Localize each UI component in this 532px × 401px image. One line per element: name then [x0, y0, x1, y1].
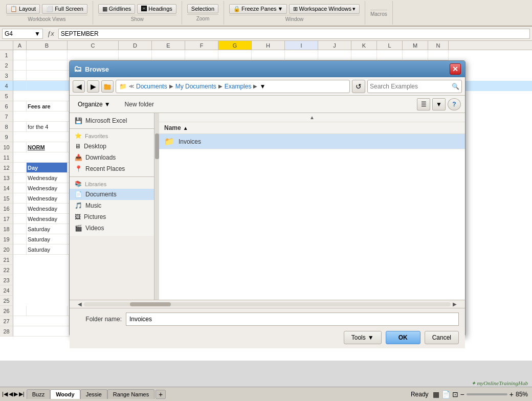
- search-input[interactable]: [370, 83, 450, 90]
- first-sheet-arrow[interactable]: |◀: [2, 391, 8, 397]
- cell-19-A[interactable]: [13, 234, 27, 244]
- horizontal-scrollbar[interactable]: ◀ ▶: [70, 300, 465, 308]
- cell-18-B[interactable]: Saturday: [27, 224, 68, 234]
- layout-btn[interactable]: 📋 Layout: [6, 4, 40, 14]
- cell-12-A[interactable]: [13, 163, 27, 173]
- cell-10-B[interactable]: NORM: [27, 142, 68, 152]
- cell-19-B[interactable]: Saturday: [27, 234, 68, 244]
- cell-1-A[interactable]: [13, 50, 27, 60]
- cell-20-A[interactable]: [13, 244, 27, 255]
- sheet-tab-woody[interactable]: Woody: [50, 389, 80, 399]
- sidebar-item-documents[interactable]: 📄 Documents: [70, 189, 159, 200]
- formula-input[interactable]: SEPTEMBER: [58, 29, 530, 39]
- cell-3-A[interactable]: [13, 71, 27, 81]
- sidebar-item-pictures[interactable]: 🖼 Pictures: [70, 211, 159, 222]
- organize-button[interactable]: Organize ▼: [74, 99, 115, 109]
- sidebar-item-desktop[interactable]: 🖥 Desktop: [70, 141, 159, 152]
- forward-button[interactable]: ▶: [87, 80, 99, 93]
- up-button[interactable]: [101, 80, 114, 93]
- view-normal-icon[interactable]: ▦: [433, 390, 439, 398]
- sidebar-item-microsoft-excel[interactable]: 💾 Microsoft Excel: [70, 115, 159, 126]
- view-options-btn[interactable]: ▼: [432, 98, 446, 110]
- sidebar-item-music[interactable]: 🎵 Music: [70, 200, 159, 211]
- search-box[interactable]: 🔍: [367, 80, 462, 93]
- cell-1-L[interactable]: [377, 50, 403, 60]
- help-button[interactable]: ?: [448, 98, 461, 110]
- folder-name-input[interactable]: [126, 313, 459, 326]
- cell-1-G[interactable]: [218, 50, 252, 60]
- fullscreen-btn[interactable]: ⬜ Full Screen: [42, 4, 87, 14]
- sheet-tab-jessie[interactable]: Jessie: [80, 389, 107, 399]
- sidebar-item-recent-places[interactable]: 📍 Recent Places: [70, 163, 159, 174]
- sheet-tab-buzz[interactable]: Buzz: [27, 389, 50, 399]
- zoom-slider[interactable]: [467, 393, 507, 395]
- zoom-in-btn[interactable]: +: [509, 390, 514, 398]
- cell-17-A[interactable]: [13, 214, 27, 224]
- cell-2-A[interactable]: [13, 60, 27, 71]
- sidebar-item-videos[interactable]: 🎬 Videos: [70, 222, 159, 234]
- cell-15-A[interactable]: [13, 193, 27, 204]
- freeze-panes-btn[interactable]: 🔒 Freeze Panes ▼: [229, 4, 287, 14]
- breadcrumb-bar[interactable]: 📁 ≪ Documents ▶ My Documents ▶ Examples …: [116, 80, 350, 93]
- cell-1-N[interactable]: [428, 50, 449, 60]
- headings-btn[interactable]: 🅷 Headings: [137, 4, 176, 14]
- new-sheet-button[interactable]: +: [156, 390, 166, 399]
- breadcrumb-documents[interactable]: Documents: [136, 83, 167, 90]
- prev-sheet-arrow[interactable]: ◀: [9, 391, 13, 397]
- cell-4-B[interactable]: [27, 81, 68, 91]
- breadcrumb-my-documents[interactable]: My Documents: [175, 83, 216, 90]
- cell-17-B[interactable]: Wednesday: [27, 214, 68, 224]
- cell-8-A[interactable]: [13, 122, 27, 132]
- cell-13-B[interactable]: Wednesday: [27, 173, 68, 183]
- cell-1-J[interactable]: [318, 50, 351, 60]
- workspace-windows-btn[interactable]: ⊞ Workspace Windows ▾: [289, 4, 360, 14]
- sheet-tab-range-names[interactable]: Range Names: [107, 389, 154, 399]
- cell-6-B[interactable]: Fees are: [27, 101, 68, 112]
- cell-13-A[interactable]: [13, 173, 27, 183]
- cancel-button[interactable]: Cancel: [425, 331, 459, 344]
- back-button[interactable]: ◀: [73, 80, 85, 93]
- cell-4-A[interactable]: [13, 81, 27, 91]
- cell-12-B[interactable]: Day: [27, 163, 68, 173]
- cell-1-M[interactable]: [403, 50, 428, 60]
- last-sheet-arrow[interactable]: ▶|: [19, 391, 25, 397]
- name-box[interactable]: G4 ▼: [2, 29, 43, 39]
- cell-6-A[interactable]: [13, 101, 27, 112]
- selection-btn[interactable]: Selection: [187, 4, 218, 13]
- cell-20-B[interactable]: Saturday: [27, 244, 68, 255]
- gridlines-btn[interactable]: ▦ Gridlines: [98, 4, 135, 14]
- refresh-button[interactable]: ↺: [352, 80, 365, 93]
- cell-16-A[interactable]: [13, 204, 27, 214]
- cell-14-A[interactable]: [13, 183, 27, 193]
- cell-3-B[interactable]: [27, 71, 68, 81]
- cell-1-I[interactable]: [285, 50, 318, 60]
- cell-1-H[interactable]: [252, 50, 285, 60]
- breadcrumb-dropdown-arrow[interactable]: ▼: [259, 83, 265, 90]
- cell-8-B[interactable]: for the 4: [27, 122, 68, 132]
- scrollbar-thumb[interactable]: [130, 302, 171, 306]
- cell-1-D[interactable]: [119, 50, 152, 60]
- close-button[interactable]: ✕: [450, 63, 461, 75]
- cell-2-B[interactable]: [27, 60, 68, 71]
- cell-18-A[interactable]: [13, 224, 27, 234]
- view-list-btn[interactable]: ☰: [417, 98, 430, 110]
- scroll-left-arrow[interactable]: ◀: [78, 301, 82, 307]
- sidebar-scrollbar[interactable]: [154, 113, 159, 300]
- zoom-out-btn[interactable]: −: [460, 390, 464, 398]
- tab-nav-arrows[interactable]: |◀ ◀ ▶ ▶|: [0, 391, 27, 397]
- cell-1-E[interactable]: [152, 50, 185, 60]
- new-folder-button[interactable]: New folder: [120, 99, 159, 109]
- sidebar-item-downloads[interactable]: 📥 Downloads: [70, 152, 159, 163]
- cell-1-F[interactable]: [185, 50, 218, 60]
- breadcrumb-examples[interactable]: Examples: [225, 83, 252, 90]
- next-sheet-arrow[interactable]: ▶: [14, 391, 18, 397]
- cell-1-B[interactable]: [27, 50, 68, 60]
- tools-button[interactable]: Tools ▼: [344, 331, 382, 344]
- file-item-invoices[interactable]: 📁 Invoices: [159, 134, 465, 149]
- scroll-right-arrow[interactable]: ▶: [453, 301, 457, 307]
- cell-15-B[interactable]: Wednesday: [27, 193, 68, 204]
- ok-button[interactable]: OK: [386, 331, 420, 344]
- view-layout-icon[interactable]: 📄: [441, 390, 450, 398]
- cell-16-B[interactable]: Wednesday: [27, 204, 68, 214]
- cell-1-K[interactable]: [351, 50, 377, 60]
